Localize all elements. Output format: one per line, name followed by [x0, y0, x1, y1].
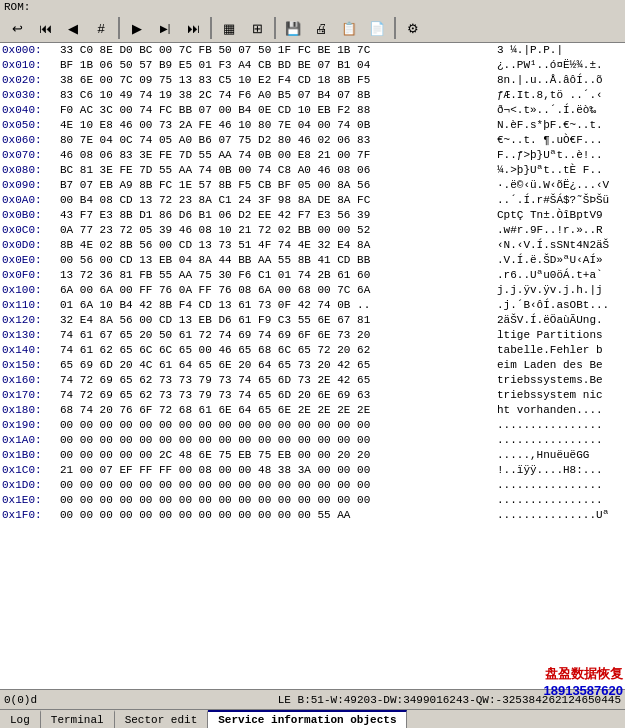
- hex-ascii: ð¬<.t»..´.Í.ëò‰: [493, 103, 623, 118]
- hex-bytes: 00 B4 08 CD 13 72 23 8A C1 24 3F 98 8A D…: [60, 193, 493, 208]
- hex-row[interactable]: 0x130:74 61 67 65 20 50 61 72 74 69 74 6…: [0, 328, 625, 343]
- hash-icon[interactable]: #: [88, 16, 114, 40]
- hex-ascii: ................: [493, 418, 623, 433]
- hex-row[interactable]: 0x010:BF 1B 06 50 57 B9 E5 01 F3 A4 CB B…: [0, 58, 625, 73]
- prev-icon[interactable]: ◀: [60, 16, 86, 40]
- hex-row[interactable]: 0x160:74 72 69 65 62 73 73 79 73 74 65 6…: [0, 373, 625, 388]
- toolbar-separator: [118, 17, 120, 39]
- hex-row[interactable]: 0x110:01 6A 10 B4 42 8B F4 CD 13 61 73 0…: [0, 298, 625, 313]
- hex-bytes: 74 72 69 65 62 73 73 79 73 74 65 6D 20 6…: [60, 388, 493, 403]
- hex-row[interactable]: 0x170:74 72 69 65 62 73 73 79 73 74 65 6…: [0, 388, 625, 403]
- hex-bytes: 46 08 06 83 3E FE 7D 55 AA 74 0B 00 E8 2…: [60, 148, 493, 163]
- print-icon[interactable]: 🖨: [308, 16, 334, 40]
- hex-row[interactable]: 0x0B0:43 F7 E3 8B D1 86 D6 B1 06 D2 EE 4…: [0, 208, 625, 223]
- hex-bytes: 74 61 67 65 20 50 61 72 74 69 74 69 6F 6…: [60, 328, 493, 343]
- hex-bytes: 43 F7 E3 8B D1 86 D6 B1 06 D2 EE 42 F7 E…: [60, 208, 493, 223]
- hex-address: 0x080:: [2, 163, 60, 178]
- hex-address: 0x0D0:: [2, 238, 60, 253]
- hex-row[interactable]: 0x040:F0 AC 3C 00 74 FC BB 07 00 B4 0E C…: [0, 103, 625, 118]
- hex-row[interactable]: 0x0F0:13 72 36 81 FB 55 AA 75 30 F6 C1 0…: [0, 268, 625, 283]
- hex-address: 0x140:: [2, 343, 60, 358]
- hex-address: 0x000:: [2, 43, 60, 58]
- hex-bytes: 00 00 00 00 00 00 00 00 00 00 00 00 00 0…: [60, 433, 493, 448]
- hex-bytes: BF 1B 06 50 57 B9 E5 01 F3 A4 CB BD BE 0…: [60, 58, 493, 73]
- hex-bytes: 21 00 07 EF FF FF 00 08 00 00 48 38 3A 0…: [60, 463, 493, 478]
- view1-icon[interactable]: ▦: [216, 16, 242, 40]
- hex-row[interactable]: 0x100:6A 00 6A 00 FF 76 0A FF 76 08 6A 0…: [0, 283, 625, 298]
- hex-address: 0x030:: [2, 88, 60, 103]
- next-icon[interactable]: ▶|: [152, 16, 178, 40]
- bottom-tab-terminal[interactable]: Terminal: [41, 710, 115, 728]
- hex-address: 0x160:: [2, 373, 60, 388]
- hex-bytes: 00 00 00 00 00 00 00 00 00 00 00 00 00 0…: [60, 493, 493, 508]
- play-icon[interactable]: ▶: [124, 16, 150, 40]
- hex-row[interactable]: 0x0A0:00 B4 08 CD 13 72 23 8A C1 24 3F 9…: [0, 193, 625, 208]
- hex-row[interactable]: 0x1D0:00 00 00 00 00 00 00 00 00 00 00 0…: [0, 478, 625, 493]
- save-icon[interactable]: 💾: [280, 16, 306, 40]
- bottom-tab-service-information-objects[interactable]: Service information objects: [208, 710, 407, 728]
- hex-row[interactable]: 0x190:00 00 00 00 00 00 00 00 00 00 00 0…: [0, 418, 625, 433]
- hex-row[interactable]: 0x0E0:00 56 00 CD 13 EB 04 8A 44 BB AA 5…: [0, 253, 625, 268]
- end-icon[interactable]: ⏭: [180, 16, 206, 40]
- hex-row[interactable]: 0x060:80 7E 04 0C 74 05 A0 B6 07 75 D2 8…: [0, 133, 625, 148]
- hex-bytes: F0 AC 3C 00 74 FC BB 07 00 B4 0E CD 10 E…: [60, 103, 493, 118]
- hex-row[interactable]: 0x180:68 74 20 76 6F 72 68 61 6E 64 65 6…: [0, 403, 625, 418]
- hex-bytes: 13 72 36 81 FB 55 AA 75 30 F6 C1 01 74 2…: [60, 268, 493, 283]
- hex-bytes: 38 6E 00 7C 09 75 13 83 C5 10 E2 F4 CD 1…: [60, 73, 493, 88]
- hex-bytes: 80 7E 04 0C 74 05 A0 B6 07 75 D2 80 46 0…: [60, 133, 493, 148]
- hex-ascii: j.j.ÿv.ÿv.j.h.|j: [493, 283, 623, 298]
- hex-bytes: 8B 4E 02 8B 56 00 CD 13 73 51 4F 74 4E 3…: [60, 238, 493, 253]
- hex-bytes: 00 00 00 00 00 00 00 00 00 00 00 00 00 0…: [60, 478, 493, 493]
- hex-bytes: 01 6A 10 B4 42 8B F4 CD 13 61 73 0F 42 7…: [60, 298, 493, 313]
- hex-bytes: 6A 00 6A 00 FF 76 0A FF 76 08 6A 00 68 0…: [60, 283, 493, 298]
- hex-bytes: 0A 77 23 72 05 39 46 08 10 21 72 02 BB 0…: [60, 223, 493, 238]
- hex-bytes: 00 00 00 00 00 00 00 00 00 00 00 00 00 5…: [60, 508, 493, 523]
- hex-row[interactable]: 0x0C0:0A 77 23 72 05 39 46 08 10 21 72 0…: [0, 223, 625, 238]
- hex-ascii: !..ïÿÿ....H8:...: [493, 463, 623, 478]
- hex-bytes: B7 07 EB A9 8B FC 1E 57 8B F5 CB BF 05 0…: [60, 178, 493, 193]
- hex-ascii: CptÇ Tn±.ÒîBptV9: [493, 208, 623, 223]
- hex-bytes: 00 00 00 00 00 2C 48 6E 75 EB 75 EB 00 0…: [60, 448, 493, 463]
- bottom-tab-sector-edit[interactable]: Sector edit: [115, 710, 209, 728]
- copy-icon[interactable]: 📋: [336, 16, 362, 40]
- hex-address: 0x1B0:: [2, 448, 60, 463]
- hex-address: 0x0A0:: [2, 193, 60, 208]
- hex-ascii: 2äŠV.Í.ëÖaùÃUng.: [493, 313, 623, 328]
- hex-row[interactable]: 0x1C0:21 00 07 EF FF FF 00 08 00 00 48 3…: [0, 463, 625, 478]
- hex-row[interactable]: 0x020:38 6E 00 7C 09 75 13 83 C5 10 E2 F…: [0, 73, 625, 88]
- hex-row[interactable]: 0x000:33 C0 8E D0 BC 00 7C FB 50 07 50 1…: [0, 43, 625, 58]
- hex-row[interactable]: 0x1B0:00 00 00 00 00 2C 48 6E 75 EB 75 E…: [0, 448, 625, 463]
- hex-row[interactable]: 0x090:B7 07 EB A9 8B FC 1E 57 8B F5 CB B…: [0, 178, 625, 193]
- hex-bytes: 65 69 6D 20 4C 61 64 65 6E 20 64 65 73 2…: [60, 358, 493, 373]
- hex-address: 0x1C0:: [2, 463, 60, 478]
- view2-icon[interactable]: ⊞: [244, 16, 270, 40]
- hex-address: 0x180:: [2, 403, 60, 418]
- hex-row[interactable]: 0x1A0:00 00 00 00 00 00 00 00 00 00 00 0…: [0, 433, 625, 448]
- hex-row[interactable]: 0x050:4E 10 E8 46 00 73 2A FE 46 10 80 7…: [0, 118, 625, 133]
- hex-ascii: ht vorhanden....: [493, 403, 623, 418]
- cursor-icon[interactable]: ↩: [4, 16, 30, 40]
- hex-address: 0x1D0:: [2, 478, 60, 493]
- hex-address: 0x100:: [2, 283, 60, 298]
- back-icon[interactable]: ⏮: [32, 16, 58, 40]
- hex-view[interactable]: 0x000:33 C0 8E D0 BC 00 7C FB 50 07 50 1…: [0, 43, 625, 689]
- hex-row[interactable]: 0x0D0:8B 4E 02 8B 56 00 CD 13 73 51 4F 7…: [0, 238, 625, 253]
- hex-row[interactable]: 0x120:32 E4 8A 56 00 CD 13 EB D6 61 F9 C…: [0, 313, 625, 328]
- hex-ascii: 8n.|.u..Å.âôÍ..õ: [493, 73, 623, 88]
- hex-row[interactable]: 0x150:65 69 6D 20 4C 61 64 65 6E 20 64 6…: [0, 358, 625, 373]
- hex-row[interactable]: 0x140:74 61 62 65 6C 6C 65 00 46 65 68 6…: [0, 343, 625, 358]
- hex-address: 0x150:: [2, 358, 60, 373]
- toolbar: ↩⏮◀#▶▶|⏭▦⊞💾🖨📋📄⚙: [0, 14, 625, 43]
- bottom-tab-log[interactable]: Log: [0, 710, 41, 728]
- hex-row[interactable]: 0x1F0:00 00 00 00 00 00 00 00 00 00 00 0…: [0, 508, 625, 523]
- settings-icon[interactable]: ⚙: [400, 16, 426, 40]
- hex-row[interactable]: 0x070:46 08 06 83 3E FE 7D 55 AA 74 0B 0…: [0, 148, 625, 163]
- hex-row[interactable]: 0x1E0:00 00 00 00 00 00 00 00 00 00 00 0…: [0, 493, 625, 508]
- hex-row[interactable]: 0x080:BC 81 3E FE 7D 55 AA 74 0B 00 74 C…: [0, 163, 625, 178]
- hex-row[interactable]: 0x030:83 C6 10 49 74 19 38 2C 74 F6 A0 B…: [0, 88, 625, 103]
- paste-icon[interactable]: 📄: [364, 16, 390, 40]
- hex-address: 0x190:: [2, 418, 60, 433]
- hex-ascii: N.èF.s*þF.€~..t.: [493, 118, 623, 133]
- toolbar-separator: [274, 17, 276, 39]
- hex-ascii: .....,HnuëuëGG: [493, 448, 623, 463]
